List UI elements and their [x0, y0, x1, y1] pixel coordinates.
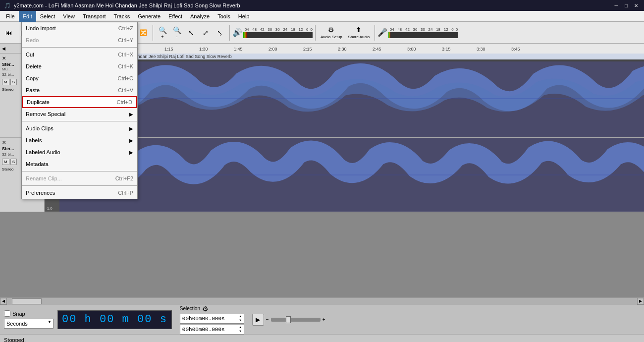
svg-text:2:30: 2:30 — [338, 47, 347, 52]
playback-controls: ▶ − + — [252, 314, 325, 326]
svg-text:3:00: 3:00 — [407, 47, 416, 52]
svg-text:1:15: 1:15 — [164, 47, 173, 52]
empty-track-area — [0, 212, 644, 297]
edit-menu-labeled-audio[interactable]: Labeled Audio ▶ — [22, 146, 137, 158]
time-value: 00 h 00 m 00 s — [62, 313, 167, 326]
selection-start-input[interactable]: 00h00m00.000s ▲ ▼ — [180, 314, 244, 324]
snap-row: Snap — [4, 310, 54, 317]
edit-menu-audio-clips[interactable]: Audio Clips ▶ — [22, 122, 137, 134]
audio-setup-button[interactable]: ⚙ Audio Setup — [318, 24, 345, 42]
share-audio-button[interactable]: ⬆ Share Audio — [346, 24, 373, 42]
menu-view[interactable]: View — [59, 11, 79, 22]
sep3 — [229, 25, 230, 41]
svg-text:3:45: 3:45 — [511, 47, 520, 52]
smart-cursor-icon: 🔀 — [140, 29, 147, 36]
menu-select[interactable]: Select — [36, 11, 59, 22]
zoom-selection-icon: ⤢ — [203, 29, 209, 37]
sep5 — [375, 25, 375, 41]
selection-end-down[interactable]: ▼ — [239, 330, 242, 334]
track-2-solo-button[interactable]: S — [10, 159, 17, 165]
title-bar: 🎵 y2mate.com - LoFi Milan Aasman Me Hoi … — [0, 0, 644, 11]
menu-sep-1 — [22, 47, 137, 48]
zoom-selection-button[interactable]: ⤢ — [199, 24, 213, 42]
zoom-in-button[interactable]: 🔍+ — [156, 24, 169, 42]
svg-text:3:15: 3:15 — [442, 47, 451, 52]
minimize-button[interactable]: ─ — [612, 1, 620, 9]
edit-menu-delete[interactable]: Delete Ctrl+K — [22, 60, 137, 72]
speed-slider[interactable] — [271, 318, 321, 322]
menu-help[interactable]: Help — [234, 11, 254, 22]
speed-slider-thumb[interactable] — [286, 316, 291, 323]
svg-text:2:15: 2:15 — [303, 47, 312, 52]
edit-menu-duplicate[interactable]: Duplicate Ctrl+D — [22, 96, 137, 108]
snap-checkbox[interactable] — [4, 310, 10, 317]
menu-effect[interactable]: Effect — [164, 11, 186, 22]
zoom-out-full-button[interactable]: ⤣ — [213, 24, 227, 42]
selection-start-up[interactable]: ▲ — [239, 315, 242, 319]
edit-menu-undo[interactable]: Undo Import Ctrl+Z — [22, 22, 137, 34]
skip-start-button[interactable]: ⏮ — [2, 24, 16, 42]
horizontal-scrollbar: ◀ ▶ — [0, 297, 644, 304]
edit-menu-paste[interactable]: Paste Ctrl+V — [22, 84, 137, 96]
fit-project-icon: ⤡ — [188, 29, 194, 37]
edit-menu-copy[interactable]: Copy Ctrl+C — [22, 72, 137, 84]
menu-analyze[interactable]: Analyze — [186, 11, 214, 22]
menu-edit[interactable]: Edit — [19, 11, 36, 22]
svg-text:1:30: 1:30 — [199, 47, 208, 52]
track-1-mute-button[interactable]: M — [2, 79, 9, 85]
time-display: 00 h 00 m 00 s — [57, 310, 172, 329]
edit-menu-remove-special[interactable]: Remove Special ▶ — [22, 108, 137, 120]
playback-play-button[interactable]: ▶ — [252, 314, 264, 326]
edit-menu-labels[interactable]: Labels ▶ — [22, 134, 137, 146]
menu-tracks[interactable]: Tracks — [110, 11, 134, 22]
selection-end-value: 00h00m00.000s — [182, 327, 225, 333]
edit-menu-metadata[interactable]: Metadata — [22, 158, 137, 170]
fit-project-button[interactable]: ⤡ — [184, 24, 198, 42]
playback-play-icon: ▶ — [256, 316, 260, 323]
zoom-out-full-icon: ⤣ — [217, 29, 223, 37]
track-1-close-icon[interactable]: ✕ — [2, 56, 6, 61]
menu-tools[interactable]: Tools — [214, 11, 234, 22]
selection-label: Selection — [180, 306, 200, 311]
scrollbar-thumb[interactable] — [12, 298, 42, 304]
maximize-button[interactable]: □ — [622, 1, 630, 9]
snap-area: Snap Seconds Minutes hh:mm:ss Samples CD… — [4, 310, 54, 329]
scrollbar-right-arrow[interactable]: ▶ — [637, 298, 644, 305]
scrollbar-track[interactable] — [7, 298, 637, 305]
input-group: 🎤 -54-48-42-36-30-24-18-12-60 — [377, 27, 458, 38]
scrollbar-left-arrow[interactable]: ◀ — [0, 298, 7, 305]
zoom-out-icon: 🔍 — [173, 26, 181, 34]
seconds-select[interactable]: Seconds Minutes hh:mm:ss Samples CDDA Fr… — [4, 319, 54, 329]
zoom-in-icon: 🔍 — [159, 26, 167, 34]
skip-start-icon: ⏮ — [5, 29, 12, 37]
track-2-close-icon[interactable]: ✕ — [2, 140, 6, 145]
selection-area: Selection ⚙ 00h00m00.000s ▲ ▼ 00h00m00.0… — [180, 305, 244, 335]
svg-text:2:45: 2:45 — [373, 47, 381, 52]
selection-settings-icon[interactable]: ⚙ — [202, 305, 209, 313]
track-2-mute-button[interactable]: M — [2, 159, 9, 165]
sep4 — [315, 25, 316, 41]
selection-start-down[interactable]: ▼ — [239, 319, 242, 323]
seconds-select-wrapper: Seconds Minutes hh:mm:ss Samples CDDA Fr… — [4, 319, 54, 329]
track-1-solo-button[interactable]: S — [10, 79, 17, 85]
input-volume-icon: 🎤 — [377, 28, 387, 37]
selection-end-up[interactable]: ▲ — [239, 326, 242, 330]
menu-transport[interactable]: Transport — [79, 11, 110, 22]
selection-end-input[interactable]: 00h00m00.000s ▲ ▼ — [180, 325, 244, 335]
edit-menu-preferences[interactable]: Preferences Ctrl+P — [22, 187, 137, 199]
svg-text:3:30: 3:30 — [477, 47, 485, 52]
smart-cursor-button[interactable]: 🔀 — [136, 24, 150, 42]
speed-slider-container: − + — [266, 317, 325, 322]
collapse-left-icon[interactable]: ◀ — [2, 46, 5, 51]
edit-menu-cut[interactable]: Cut Ctrl+X — [22, 49, 137, 60]
status-text: Stopped. — [4, 337, 26, 342]
volume-group: 🔊 -54-48-42-36-30-24-18-12-60 — [232, 27, 313, 38]
menu-file[interactable]: File — [2, 11, 19, 22]
close-button[interactable]: ✕ — [632, 1, 640, 9]
zoom-out-button[interactable]: 🔍- — [170, 24, 184, 42]
audio-setup-label: Audio Setup — [321, 35, 342, 39]
menu-generate[interactable]: Generate — [134, 11, 164, 22]
svg-text:1:45: 1:45 — [234, 47, 243, 52]
speed-plus-icon: + — [322, 317, 325, 322]
menu-bar: File Edit Select View Transport Tracks G… — [0, 11, 644, 22]
